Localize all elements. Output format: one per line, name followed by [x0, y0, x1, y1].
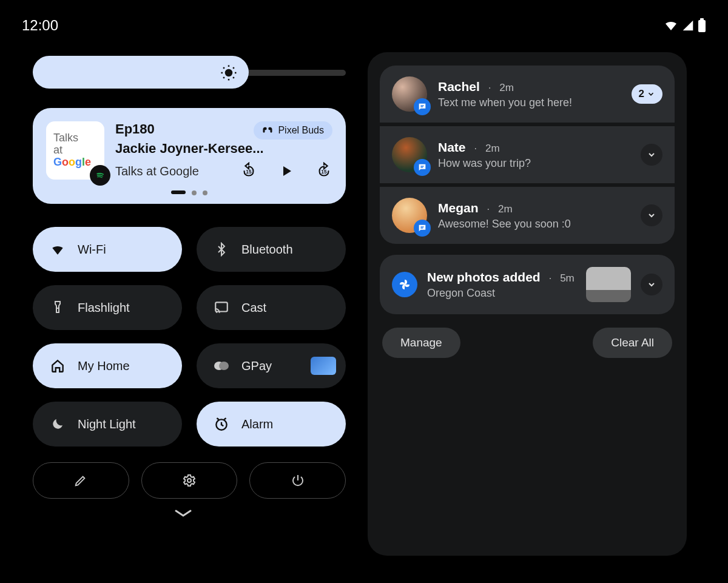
home-tile[interactable]: My Home: [33, 343, 182, 388]
conversation-notification[interactable]: Nate·2mHow was your trip?: [380, 126, 675, 183]
gpay-icon: [212, 360, 231, 372]
photos-app-icon: [392, 272, 417, 297]
signal-icon: [682, 19, 694, 32]
wifi-icon: [49, 241, 67, 257]
photos-title: New photos added: [427, 270, 541, 285]
play-button[interactable]: [278, 163, 295, 180]
message-preview: Awesome! See you soon :0: [438, 218, 630, 231]
gpay-tile[interactable]: GPay: [197, 343, 346, 388]
flashlight-label: Flashlight: [78, 301, 130, 315]
settings-button[interactable]: [141, 462, 238, 499]
status-bar: 12:00: [0, 0, 728, 34]
photos-notification[interactable]: New photos added · 5m Oregon Coast: [380, 255, 675, 314]
status-icons: [664, 18, 706, 33]
output-device-chip[interactable]: Pixel Buds: [254, 121, 332, 140]
brightness-fill: [33, 56, 249, 89]
rewind-15-button[interactable]: 15: [240, 163, 257, 180]
alarm-icon: [212, 416, 231, 432]
sender-name: Nate: [438, 140, 466, 155]
cast-label: Cast: [241, 301, 266, 315]
avatar: [392, 198, 427, 233]
night-light-tile[interactable]: Night Light: [33, 402, 182, 447]
pager-dot: [203, 190, 207, 195]
cast-tile[interactable]: Cast: [197, 285, 346, 330]
svg-point-12: [187, 479, 191, 482]
svg-text:15: 15: [246, 169, 252, 175]
gpay-label: GPay: [241, 359, 272, 373]
wifi-tile[interactable]: Wi-Fi: [33, 227, 182, 272]
notification-time: 2m: [485, 143, 500, 155]
forward-15-button[interactable]: 15: [315, 163, 332, 180]
brightness-slider[interactable]: [33, 56, 346, 90]
bluetooth-icon: [212, 242, 231, 257]
media-player-card: Talks at Google Ep180: [33, 108, 346, 204]
alarm-tile[interactable]: Alarm: [197, 402, 346, 447]
clear-all-label: Clear All: [611, 336, 654, 349]
expand-chevron[interactable]: [21, 507, 346, 519]
svg-rect-0: [698, 20, 706, 32]
expand-button[interactable]: [641, 274, 662, 295]
flashlight-tile[interactable]: Flashlight: [33, 285, 182, 330]
expand-button[interactable]: [641, 204, 662, 226]
photos-thumbnail: [586, 267, 631, 302]
home-icon: [49, 358, 67, 374]
moon-icon: [49, 417, 67, 431]
photos-time: 5m: [560, 272, 575, 285]
conversation-notification[interactable]: Megan·2mAwesome! See you soon :0: [380, 187, 675, 244]
conversation-notification[interactable]: Rachel·2mText me when you get here!2: [380, 66, 675, 123]
manage-label: Manage: [400, 336, 442, 349]
artwork-google-logo: Google: [53, 157, 97, 169]
svg-point-6: [56, 252, 58, 254]
earbuds-icon: [262, 126, 273, 135]
quick-settings-grid: Wi-Fi Bluetooth Flashlight Cast: [33, 227, 346, 447]
message-preview: Text me when you get here!: [438, 96, 621, 109]
media-episode: Ep180: [115, 121, 155, 137]
brightness-icon: [220, 64, 238, 82]
photos-subtitle: Oregon Coast: [427, 287, 576, 300]
bluetooth-tile[interactable]: Bluetooth: [197, 227, 346, 272]
gear-icon: [182, 473, 197, 488]
wifi-icon: [664, 18, 678, 33]
edit-tiles-button[interactable]: [33, 462, 129, 499]
expand-button[interactable]: [641, 144, 662, 166]
media-title: Jackie Joyner-Kersee...: [115, 141, 332, 157]
manage-button[interactable]: Manage: [382, 328, 460, 358]
avatar: [392, 76, 427, 112]
pager-dot-active: [171, 190, 186, 194]
svg-rect-8: [215, 302, 228, 311]
artwork-line1: Talks: [53, 132, 97, 144]
sender-name: Megan: [438, 201, 479, 215]
wifi-label: Wi-Fi: [78, 243, 106, 257]
status-time: 12:00: [22, 17, 58, 34]
power-icon: [291, 473, 305, 488]
night-light-label: Night Light: [78, 417, 136, 431]
notification-panel: Rachel·2mText me when you get here!2Nate…: [368, 52, 687, 556]
avatar: [392, 137, 427, 172]
media-pager[interactable]: [46, 190, 332, 195]
spotify-icon: [90, 165, 110, 186]
svg-rect-1: [700, 18, 704, 21]
home-label: My Home: [78, 359, 130, 373]
clear-all-button[interactable]: Clear All: [593, 328, 672, 358]
messages-app-icon: [414, 159, 431, 176]
notification-time: 2m: [499, 82, 514, 94]
svg-text:15: 15: [321, 169, 327, 175]
notification-time: 2m: [498, 203, 513, 215]
gpay-card-preview: [311, 357, 336, 375]
artwork-line2: at: [53, 144, 97, 157]
cast-icon: [212, 300, 231, 315]
flashlight-icon: [49, 300, 67, 315]
conversation-group: Rachel·2mText me when you get here!2Nate…: [380, 66, 675, 244]
pencil-icon: [74, 474, 87, 487]
power-button[interactable]: [249, 462, 346, 499]
pager-dot: [192, 190, 197, 195]
alarm-label: Alarm: [241, 417, 273, 431]
media-source: Talks at Google: [115, 164, 199, 178]
notification-count-pill[interactable]: 2: [632, 84, 662, 104]
sender-name: Rachel: [438, 79, 480, 94]
media-artwork: Talks at Google: [46, 121, 104, 180]
messages-app-icon: [414, 98, 431, 115]
battery-icon: [698, 18, 706, 33]
output-device-label: Pixel Buds: [278, 125, 324, 136]
svg-point-10: [219, 362, 229, 370]
